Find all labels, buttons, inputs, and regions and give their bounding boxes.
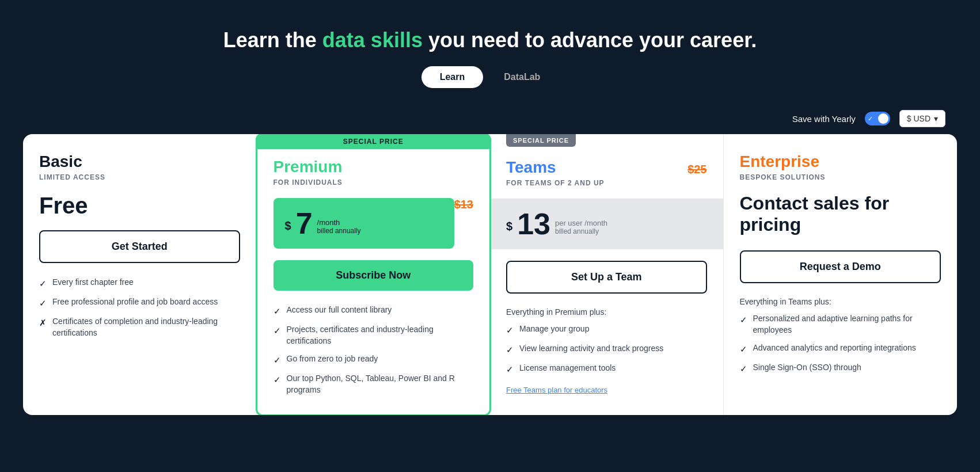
premium-per-month: /month bbox=[317, 218, 361, 227]
enterprise-cta-button[interactable]: Request a Demo bbox=[740, 250, 941, 283]
list-item: ✓ Single Sign-On (SSO) through bbox=[740, 362, 941, 375]
basic-plan-column: Basic LIMITED ACCESS Free Get Started ✓ … bbox=[23, 134, 257, 414]
enterprise-price-area: Contact sales for pricing bbox=[740, 193, 941, 239]
list-item: ✓ Projects, certificates and industry-le… bbox=[274, 324, 474, 347]
list-item: ✗ Certificates of completion and industr… bbox=[39, 316, 240, 338]
feature-text: Our top Python, SQL, Tableau, Power BI a… bbox=[287, 373, 474, 395]
feature-text: Access our full content library bbox=[287, 304, 392, 316]
enterprise-features-list: ✓ Personalized and adaptive learning pat… bbox=[740, 313, 941, 375]
premium-original-price: $13 bbox=[454, 198, 473, 211]
headline-highlight: data skills bbox=[322, 28, 423, 52]
basic-plan-price: Free bbox=[39, 193, 240, 219]
check-icon: ✓ bbox=[740, 314, 747, 326]
check-icon: ✓ bbox=[740, 363, 747, 375]
enterprise-contact-text: Contact sales for pricing bbox=[740, 193, 941, 235]
basic-features-list: ✓ Every first chapter free ✓ Free profes… bbox=[39, 277, 240, 338]
check-icon: ✓ bbox=[39, 297, 47, 309]
feature-text: Free professional profile and job board … bbox=[52, 296, 218, 308]
list-item: ✓ Advanced analytics and reporting integ… bbox=[740, 342, 941, 355]
feature-text: Manage your group bbox=[519, 323, 589, 335]
feature-text: Single Sign-On (SSO) through bbox=[753, 362, 861, 374]
feature-text: Projects, certificates and industry-lead… bbox=[287, 324, 474, 347]
teams-price-amount: 13 bbox=[517, 209, 550, 239]
enterprise-plan-column: Enterprise BESPOKE SOLUTIONS Contact sal… bbox=[724, 134, 958, 414]
feature-text: Certificates of completion and industry-… bbox=[52, 316, 240, 338]
feature-text: Every first chapter free bbox=[52, 277, 134, 288]
basic-plan-name: Basic bbox=[39, 153, 240, 171]
toggle-circle bbox=[878, 113, 888, 124]
premium-price-amount: 7 bbox=[296, 208, 313, 238]
feature-text: License management tools bbox=[519, 363, 616, 374]
basic-cta-button[interactable]: Get Started bbox=[39, 230, 240, 263]
teams-price-details: per user /month billed annually bbox=[555, 219, 607, 235]
headline-plain-end: you need to advance your career. bbox=[423, 28, 757, 52]
view-toggle-row: Learn DataLab bbox=[12, 66, 968, 88]
premium-billed-annually: billed annually bbox=[317, 227, 361, 235]
teams-original-price: $25 bbox=[687, 163, 706, 176]
teams-features-list: ✓ Manage your group ✓ View learning acti… bbox=[506, 323, 707, 375]
check-icon: ✓ bbox=[740, 343, 747, 355]
teams-special-badge: SPECIAL PRICE bbox=[506, 134, 576, 147]
check-icon: ✓ bbox=[274, 305, 281, 317]
cross-icon: ✗ bbox=[39, 317, 47, 329]
save-yearly-label: Save with Yearly bbox=[792, 114, 856, 124]
premium-special-badge: SPECIAL PRICE bbox=[257, 134, 490, 149]
teams-per-user: per user /month bbox=[555, 219, 607, 227]
enterprise-everything-label: Everything in Teams plus: bbox=[740, 297, 941, 306]
check-icon: ✓ bbox=[274, 354, 281, 366]
learn-toggle-button[interactable]: Learn bbox=[421, 66, 484, 88]
enterprise-plan-name: Enterprise bbox=[740, 153, 941, 171]
teams-plan-name: Teams bbox=[506, 158, 605, 177]
premium-dollar-sign: $ bbox=[285, 219, 291, 233]
enterprise-plan-subtitle: BESPOKE SOLUTIONS bbox=[740, 173, 941, 181]
header: Learn the data skills you need to advanc… bbox=[0, 0, 980, 105]
teams-plan-column: SPECIAL PRICE Teams FOR TEAMS OF 2 AND U… bbox=[490, 134, 724, 414]
premium-cta-button[interactable]: Subscribe Now bbox=[274, 260, 474, 291]
currency-dropdown[interactable]: $ USD ▾ bbox=[899, 110, 945, 127]
check-icon: ✓ bbox=[39, 277, 47, 290]
pricing-table: Basic LIMITED ACCESS Free Get Started ✓ … bbox=[23, 134, 957, 414]
premium-price-details: /month billed annually bbox=[317, 218, 361, 235]
datalab-toggle-button[interactable]: DataLab bbox=[485, 66, 559, 88]
chevron-down-icon: ▾ bbox=[934, 114, 938, 123]
list-item: ✓ Personalized and adaptive learning pat… bbox=[740, 313, 941, 336]
feature-text: Personalized and adaptive learning paths… bbox=[753, 313, 941, 336]
premium-plan-name: Premium bbox=[274, 158, 474, 176]
teams-price-box: $ 13 per user /month billed annually bbox=[490, 199, 723, 249]
toggle-check-icon: ✓ bbox=[868, 115, 873, 123]
check-icon: ✓ bbox=[506, 344, 514, 356]
yearly-toggle-switch[interactable]: ✓ bbox=[865, 112, 890, 125]
premium-plan-subtitle: FOR INDIVIDUALS bbox=[274, 178, 474, 186]
currency-label: $ USD bbox=[907, 114, 930, 123]
premium-features-list: ✓ Access our full content library ✓ Proj… bbox=[274, 304, 474, 395]
check-icon: ✓ bbox=[506, 324, 514, 336]
list-item: ✓ Free professional profile and job boar… bbox=[39, 296, 240, 309]
check-icon: ✓ bbox=[274, 325, 281, 337]
headline-plain-start: Learn the bbox=[223, 28, 322, 52]
feature-text: Advanced analytics and reporting integra… bbox=[753, 342, 916, 354]
basic-plan-subtitle: LIMITED ACCESS bbox=[39, 173, 240, 181]
teams-plan-subtitle: FOR TEAMS OF 2 AND UP bbox=[506, 179, 605, 187]
top-controls-row: Save with Yearly ✓ $ USD ▾ bbox=[0, 105, 980, 134]
list-item: ✓ Access our full content library bbox=[274, 304, 474, 317]
list-item: ✓ View learning activity and track progr… bbox=[506, 343, 707, 356]
teams-billed-annually: billed annually bbox=[555, 227, 607, 235]
basic-price-area: Basic LIMITED ACCESS Free bbox=[39, 153, 240, 219]
list-item: ✓ Go from zero to job ready bbox=[274, 353, 474, 366]
teams-everything-label: Everything in Premium plus: bbox=[506, 307, 707, 317]
check-icon: ✓ bbox=[506, 363, 514, 375]
free-teams-educators-link[interactable]: Free Teams plan for educators bbox=[506, 386, 607, 394]
main-headline: Learn the data skills you need to advanc… bbox=[12, 28, 968, 52]
list-item: ✓ License management tools bbox=[506, 363, 707, 375]
list-item: ✓ Our top Python, SQL, Tableau, Power BI… bbox=[274, 373, 474, 395]
list-item: ✓ Every first chapter free bbox=[39, 277, 240, 290]
premium-plan-column: SPECIAL PRICE Premium FOR INDIVIDUALS $1… bbox=[256, 134, 492, 414]
teams-dollar-sign: $ bbox=[506, 220, 512, 233]
teams-cta-button[interactable]: Set Up a Team bbox=[506, 261, 707, 294]
feature-text: Go from zero to job ready bbox=[287, 353, 378, 365]
check-icon: ✓ bbox=[274, 374, 281, 386]
feature-text: View learning activity and track progres… bbox=[519, 343, 663, 355]
list-item: ✓ Manage your group bbox=[506, 323, 707, 336]
premium-price-box: $ 7 /month billed annually bbox=[274, 198, 454, 249]
